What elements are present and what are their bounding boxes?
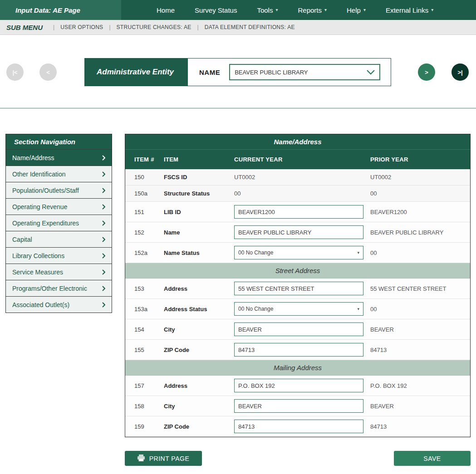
sidebar-item-operating-revenue[interactable]: Operating Revenue	[6, 198, 112, 215]
table-column-header: ITEM # ITEM CURRENT YEAR PRIOR YEAR	[125, 150, 470, 169]
nav-item-external-links[interactable]: External Links ▾	[386, 6, 433, 14]
first-record-button[interactable]: |<	[6, 64, 24, 81]
sidebar-item-capital[interactable]: Capital	[6, 231, 112, 247]
chevron-right-icon	[102, 302, 105, 308]
chevron-left-icon: <	[46, 69, 50, 76]
table-row: 159 ZIP Code 84713	[125, 416, 470, 437]
table-row: 151 LIB ID BEAVER1200	[125, 202, 470, 222]
sub-menu-title: SUB MENU	[6, 24, 43, 31]
address-status-select[interactable]: 00 No Change ▾	[234, 302, 363, 316]
print-page-button[interactable]: PRINT PAGE	[125, 451, 202, 466]
table-row: 157 Address P.O. BOX 192	[125, 376, 470, 396]
caret-down-icon: ▾	[357, 307, 359, 311]
name-address-table: Name/Address ITEM # ITEM CURRENT YEAR PR…	[125, 134, 471, 437]
sidebar-item-library-collections[interactable]: Library Collections	[6, 247, 112, 264]
chevron-right-icon	[102, 253, 105, 259]
sidebar-item-operating-expenditures[interactable]: Operating Expenditures	[6, 215, 112, 231]
table-row: 158 City BEAVER	[125, 396, 470, 416]
column-item: ITEM	[164, 156, 234, 163]
section-navigation: Section Navigation Name/Address Other Id…	[5, 134, 112, 313]
chevron-right-icon	[102, 188, 105, 193]
submenu-item-structure-changes[interactable]: STRUCTURE CHANGES: AE	[117, 24, 191, 30]
entity-panel-title: Administrative Entity	[85, 59, 188, 86]
main-column: Name/Address ITEM # ITEM CURRENT YEAR PR…	[125, 134, 471, 466]
table-row: 154 City BEAVER	[125, 319, 470, 340]
sidebar-item-associated-outlets[interactable]: Associated Outlet(s)	[6, 296, 112, 313]
sidebar-item-programs-other-electronic[interactable]: Programs/Other Electronic	[6, 280, 112, 296]
top-navigation: Input Data: AE Page Home Survey Status T…	[0, 0, 476, 20]
chevron-right-icon	[102, 237, 105, 242]
table-row: 155 ZIP Code 84713	[125, 340, 470, 360]
table-row: 150 FSCS ID UT0002 UT0002	[125, 169, 470, 186]
nav-item-tools[interactable]: Tools ▾	[257, 6, 278, 14]
chevron-right-icon	[102, 269, 105, 275]
entity-name-label: NAME	[199, 68, 220, 76]
save-button[interactable]: SAVE	[394, 451, 471, 466]
entity-navigation-bar: |< < Administrative Entity NAME BEAVER P…	[0, 58, 476, 86]
sidebar-item-population-outlets-staff[interactable]: Population/Outlets/Staff	[6, 182, 112, 198]
separator: |	[197, 24, 199, 30]
structure-status-current-value: 00	[234, 190, 370, 197]
separator: |	[109, 24, 110, 30]
mailing-city-input[interactable]	[234, 399, 363, 413]
sidebar-item-service-measures[interactable]: Service Measures	[6, 264, 112, 280]
table-row: 152 Name BEAVER PUBLIC LIBRARY	[125, 222, 470, 243]
chevron-right-icon	[102, 171, 105, 177]
printer-icon	[137, 454, 145, 463]
last-record-button[interactable]: >|	[451, 64, 469, 81]
sidebar-item-other-identification[interactable]: Other Identification	[6, 166, 112, 182]
column-current-year: CURRENT YEAR	[234, 156, 370, 163]
table-row: 153a Address Status 00 No Change ▾ 00	[125, 299, 470, 319]
caret-down-icon: ▾	[324, 8, 327, 12]
name-status-select[interactable]: 00 No Change ▾	[234, 246, 363, 259]
entity-name-select[interactable]: BEAVER PUBLIC LIBRARY	[229, 64, 380, 80]
next-record-button[interactable]: >	[418, 64, 435, 81]
last-page-icon: >|	[457, 69, 462, 76]
table-row: 153 Address 55 WEST CENTER STREET	[125, 279, 470, 299]
chevron-down-icon	[367, 70, 375, 75]
first-page-icon: |<	[12, 69, 17, 76]
section-navigation-title: Section Navigation	[6, 134, 112, 149]
submenu-item-user-options[interactable]: USER OPTIONS	[60, 24, 103, 30]
caret-down-icon: ▾	[363, 8, 366, 12]
nav-item-reports[interactable]: Reports ▾	[298, 6, 327, 14]
city-input[interactable]	[234, 323, 363, 336]
previous-record-button[interactable]: <	[39, 64, 57, 81]
nav-item-help[interactable]: Help ▾	[347, 6, 366, 14]
mailing-address-input[interactable]	[234, 379, 363, 392]
sub-menu-bar: SUB MENU | USER OPTIONS | STRUCTURE CHAN…	[0, 20, 476, 35]
chevron-right-icon: >	[425, 69, 428, 76]
caret-down-icon: ▾	[275, 8, 278, 12]
column-item-number: ITEM #	[134, 156, 164, 163]
table-row: 152a Name Status 00 No Change ▾ 00	[125, 243, 470, 263]
page-title: Input Data: AE Page	[0, 0, 121, 20]
zip-code-input[interactable]	[234, 343, 363, 357]
top-nav-menu: Home Survey Status Tools ▾ Reports ▾ Hel…	[157, 0, 433, 20]
content: Section Navigation Name/Address Other Id…	[0, 108, 476, 466]
page: Input Data: AE Page Home Survey Status T…	[0, 0, 476, 474]
nav-item-home[interactable]: Home	[157, 6, 175, 14]
caret-down-icon: ▾	[357, 250, 359, 255]
caret-down-icon: ▾	[431, 8, 433, 12]
entity-name-value: BEAVER PUBLIC LIBRARY	[235, 69, 308, 76]
separator: |	[53, 24, 54, 30]
mailing-address-section-header: Mailing Address	[125, 360, 470, 376]
chevron-right-icon	[102, 204, 105, 210]
submenu-item-data-element-definitions[interactable]: DATA ELEMENT DEFINITIONS: AE	[205, 24, 295, 30]
page-actions: PRINT PAGE SAVE	[125, 451, 471, 466]
nav-item-survey-status[interactable]: Survey Status	[195, 6, 237, 14]
entity-selector-panel: Administrative Entity NAME BEAVER PUBLIC…	[84, 58, 391, 86]
mailing-zip-code-input[interactable]	[234, 420, 363, 433]
table-title: Name/Address	[125, 134, 470, 150]
street-address-section-header: Street Address	[125, 263, 470, 279]
sidebar-item-name-address[interactable]: Name/Address	[6, 149, 112, 166]
lib-id-input[interactable]	[234, 205, 363, 219]
fscs-id-current-value: UT0002	[234, 174, 370, 181]
table-row: 150a Structure Status 00 00	[125, 186, 470, 202]
name-input[interactable]	[234, 225, 363, 239]
street-address-input[interactable]	[234, 282, 363, 295]
chevron-right-icon	[102, 286, 105, 291]
chevron-right-icon	[102, 220, 105, 226]
chevron-right-icon	[102, 155, 105, 161]
column-prior-year: PRIOR YEAR	[370, 156, 470, 163]
